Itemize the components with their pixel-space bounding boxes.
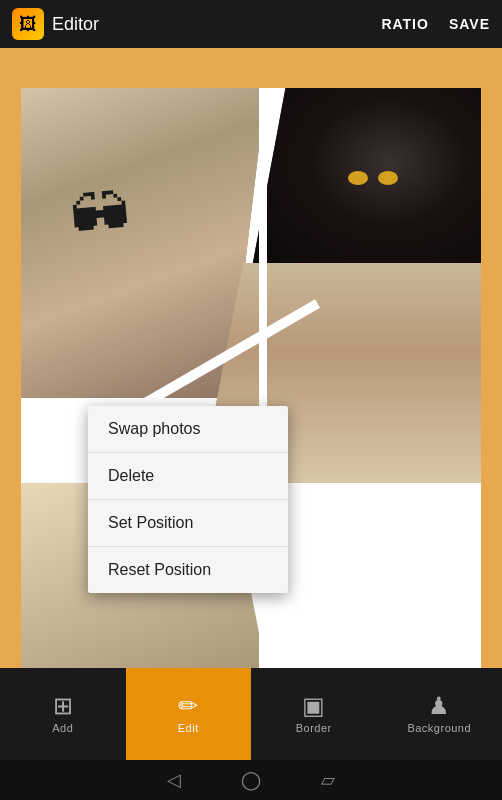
cat-eyes	[378, 171, 398, 185]
background-icon: ♟	[428, 694, 450, 718]
android-nav-bar: ◁ ◯ ▱	[0, 760, 502, 800]
save-button[interactable]: SAVE	[449, 16, 490, 32]
photo-cell-2[interactable]	[251, 88, 481, 273]
page-title: Editor	[52, 14, 99, 35]
nav-item-add[interactable]: ⊞ Add	[0, 668, 126, 760]
top-bar-left: 🖼 Editor	[12, 8, 99, 40]
background-label: Background	[407, 722, 471, 734]
edit-icon: ✏	[178, 694, 198, 718]
top-bar: 🖼 Editor RATIO SAVE	[0, 0, 502, 48]
nav-item-background[interactable]: ♟ Background	[377, 668, 503, 760]
photo-black-cat	[251, 88, 481, 273]
edit-label: Edit	[178, 722, 199, 734]
back-button[interactable]: ◁	[167, 769, 181, 791]
reset-position-button[interactable]: Reset Position	[88, 547, 288, 593]
ratio-button[interactable]: RATIO	[381, 16, 429, 32]
set-position-button[interactable]: Set Position	[88, 500, 288, 547]
context-menu: Swap photos Delete Set Position Reset Po…	[88, 406, 288, 593]
bottom-navigation: ⊞ Add ✏ Edit ▣ Border ♟ Background	[0, 668, 502, 760]
delete-button[interactable]: Delete	[88, 453, 288, 500]
glasses-overlay: 🕶	[67, 179, 133, 253]
app-icon: 🖼	[12, 8, 44, 40]
home-button[interactable]: ◯	[241, 769, 261, 791]
swap-photos-button[interactable]: Swap photos	[88, 406, 288, 453]
nav-item-border[interactable]: ▣ Border	[251, 668, 377, 760]
top-bar-actions: RATIO SAVE	[381, 16, 490, 32]
add-label: Add	[52, 722, 73, 734]
border-icon: ▣	[302, 694, 325, 718]
canvas-area: 🕶 Swap photos Delete Set Position Reset …	[0, 48, 502, 708]
border-label: Border	[296, 722, 332, 734]
add-icon: ⊞	[53, 694, 73, 718]
nav-item-edit[interactable]: ✏ Edit	[126, 668, 252, 760]
recents-button[interactable]: ▱	[321, 769, 335, 791]
